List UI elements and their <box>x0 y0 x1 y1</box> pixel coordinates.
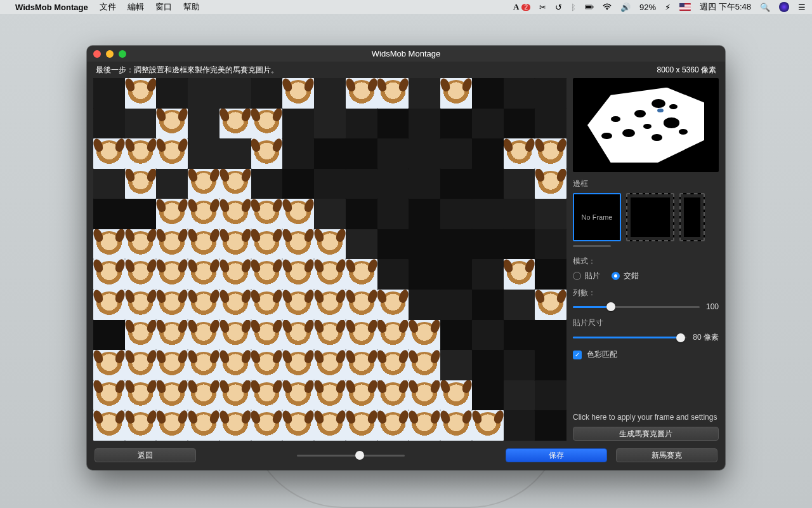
mosaic-tile <box>472 350 504 380</box>
mosaic-tile <box>219 290 251 320</box>
bluetooth-icon[interactable]: ᛒ <box>571 3 576 12</box>
mosaic-tile <box>377 350 409 380</box>
mosaic-tile <box>314 350 346 380</box>
mosaic-tile <box>282 199 314 229</box>
mosaic-tile <box>440 320 472 351</box>
frame-option-none[interactable]: No Frame <box>573 193 621 241</box>
mosaic-tile <box>472 109 504 139</box>
mosaic-tile <box>219 229 251 260</box>
mosaic-tile <box>440 199 472 229</box>
mosaic-tile <box>472 229 504 260</box>
mosaic-tile <box>409 109 440 139</box>
columns-slider[interactable] <box>573 306 700 308</box>
mosaic-tile <box>251 380 283 411</box>
battery-icon[interactable] <box>585 3 594 11</box>
menubar-clock[interactable]: 週四 下午5:48 <box>700 1 751 13</box>
adobe-status-icon[interactable]: A2 <box>513 2 530 12</box>
mosaic-tile <box>282 229 314 260</box>
mosaic-tile <box>504 199 535 229</box>
mosaic-tile <box>125 290 157 320</box>
mosaic-tile <box>409 169 440 199</box>
mosaic-tile <box>409 78 440 109</box>
frame-section-label: 邊框 <box>573 178 719 189</box>
mosaic-tile <box>219 138 251 169</box>
mosaic-tile <box>504 109 535 139</box>
generate-button[interactable]: 生成馬賽克圖片 <box>573 427 719 441</box>
mosaic-tile <box>93 380 125 411</box>
menu-edit[interactable]: 編輯 <box>128 1 144 13</box>
back-button[interactable]: 返回 <box>95 448 196 462</box>
mosaic-tile <box>504 320 535 351</box>
mosaic-tile <box>219 109 251 139</box>
mosaic-tile <box>314 410 346 441</box>
mosaic-tile <box>346 109 377 139</box>
app-window: WidsMob Montage 最後一步：調整設置和邊框來製作完美的馬賽克圖片。… <box>87 46 725 470</box>
mosaic-tile <box>377 320 409 351</box>
siri-icon[interactable] <box>779 2 789 12</box>
columns-value: 100 <box>706 302 719 311</box>
mosaic-tile <box>219 320 251 351</box>
mode-label: 模式： <box>573 256 719 267</box>
minimize-button[interactable] <box>106 50 114 58</box>
mosaic-tile <box>409 138 440 169</box>
mosaic-tile <box>504 290 535 320</box>
zoom-slider[interactable] <box>297 455 405 457</box>
mode-interlace-radio[interactable]: 交錯 <box>612 271 639 281</box>
mosaic-tile <box>377 259 409 290</box>
window-title: WidsMob Montage <box>87 49 725 58</box>
menu-file[interactable]: 文件 <box>100 1 116 13</box>
frame-scrollbar[interactable] <box>573 245 611 247</box>
source-thumbnail[interactable] <box>573 78 719 172</box>
wifi-icon[interactable] <box>603 3 612 11</box>
mosaic-tile <box>377 199 409 229</box>
mosaic-tile <box>377 109 409 139</box>
save-button[interactable]: 保存 <box>506 448 607 462</box>
frame-option-stamp-2[interactable] <box>679 193 705 241</box>
mosaic-tile <box>346 78 377 109</box>
close-button[interactable] <box>93 50 101 58</box>
volume-icon[interactable]: 🔊 <box>620 3 631 12</box>
zoom-button[interactable] <box>119 50 126 58</box>
mosaic-tile <box>156 320 188 351</box>
mosaic-tile <box>504 78 535 109</box>
mosaic-tile <box>125 169 157 199</box>
mosaic-tile <box>219 78 251 109</box>
columns-label: 列數： <box>573 288 719 298</box>
charging-icon: ⚡︎ <box>665 3 671 12</box>
mosaic-tile <box>156 380 188 411</box>
menubar-app-name[interactable]: WidsMob Montage <box>15 3 88 12</box>
frame-option-stamp[interactable] <box>626 193 674 241</box>
scissors-icon[interactable]: ✂︎ <box>539 3 546 12</box>
mosaic-tile <box>535 380 566 411</box>
menu-window[interactable]: 窗口 <box>155 1 172 13</box>
mosaic-tile <box>314 199 346 229</box>
mosaic-tile <box>409 320 440 351</box>
tile-size-slider[interactable] <box>573 337 686 338</box>
mosaic-tile <box>346 169 377 199</box>
mode-tile-radio[interactable]: 貼片 <box>573 271 600 281</box>
mosaic-tile <box>188 78 219 109</box>
new-mosaic-button[interactable]: 新馬賽克 <box>616 448 717 462</box>
mosaic-tile <box>314 169 346 199</box>
mosaic-tile <box>188 320 219 351</box>
mosaic-tile <box>93 109 125 139</box>
mosaic-preview[interactable] <box>93 78 566 441</box>
mosaic-tile <box>472 199 504 229</box>
spotlight-icon[interactable]: 🔍 <box>760 3 770 12</box>
mosaic-tile <box>314 78 346 109</box>
time-machine-icon[interactable]: ↺ <box>555 3 562 12</box>
mosaic-tile <box>472 380 504 411</box>
mosaic-tile <box>440 78 472 109</box>
mosaic-tile <box>125 199 157 229</box>
mosaic-tile <box>93 138 125 169</box>
control-center-icon[interactable]: ☰ <box>798 3 806 12</box>
mosaic-tile <box>535 290 566 320</box>
mosaic-tile <box>282 380 314 411</box>
input-flag-icon[interactable] <box>679 3 691 11</box>
color-match-checkbox[interactable] <box>573 351 582 359</box>
mosaic-tile <box>346 410 377 441</box>
mosaic-tile <box>535 78 566 109</box>
mosaic-tile <box>346 229 377 260</box>
menu-help[interactable]: 幫助 <box>183 1 200 13</box>
mosaic-tile <box>125 109 157 139</box>
